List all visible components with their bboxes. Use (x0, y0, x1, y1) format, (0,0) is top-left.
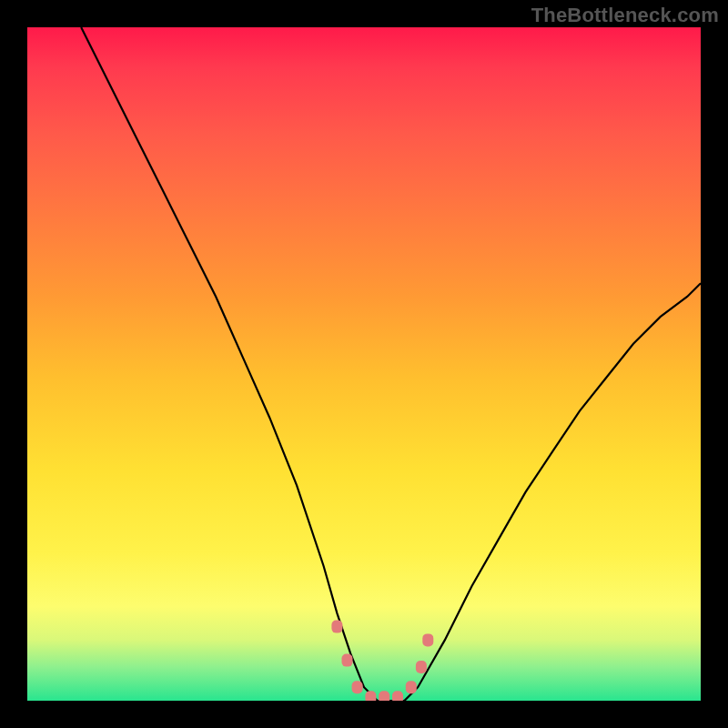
bottleneck-curve (81, 27, 701, 701)
source-credit: TheBottleneck.com (531, 4, 719, 27)
valley-marker (379, 691, 389, 701)
curve-layer (27, 27, 701, 701)
chart-frame: TheBottleneck.com (0, 0, 728, 728)
valley-marker (416, 661, 427, 673)
plot-area (27, 27, 701, 701)
valley-marker (422, 633, 433, 646)
valley-marker (365, 691, 376, 701)
valley-marker (331, 621, 342, 633)
valley-marker (392, 691, 403, 701)
valley-markers (331, 621, 433, 701)
valley-marker (406, 681, 417, 693)
valley-marker (342, 654, 353, 667)
valley-marker (352, 681, 363, 693)
